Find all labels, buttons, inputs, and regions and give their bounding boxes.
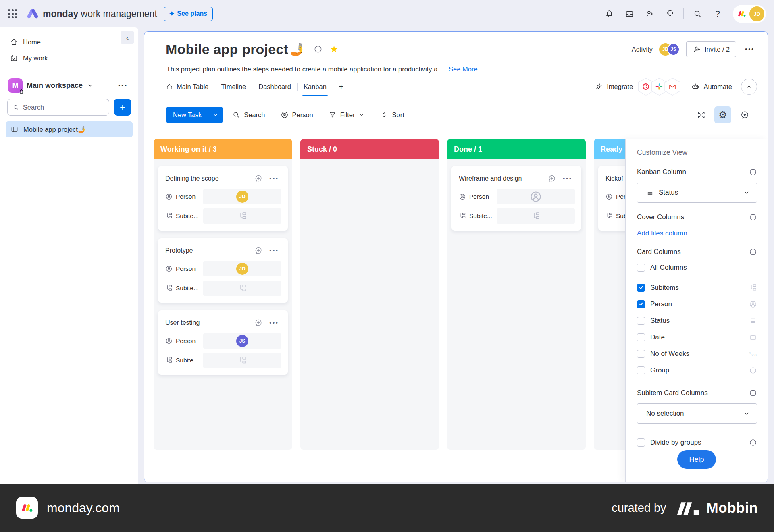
kanban-card[interactable]: User testing ••• Person JS Subite... (158, 310, 288, 375)
feedback-heart-icon[interactable] (736, 106, 753, 123)
assignee-avatar[interactable]: JD (236, 191, 248, 203)
kanban-card[interactable]: Wireframe and design ••• Person Subite..… (452, 166, 581, 231)
kanban-card[interactable]: Prototype ••• Person JD Subite... (158, 238, 288, 303)
notifications-bell-icon[interactable] (601, 6, 617, 22)
checkbox-divide-by-groups[interactable]: Divide by groups (637, 434, 757, 451)
checkbox-date[interactable]: Date (637, 329, 757, 345)
checkbox[interactable] (637, 438, 645, 447)
automate-button[interactable]: Automate (690, 81, 733, 93)
column-header[interactable]: Stuck / 0 (300, 139, 439, 159)
checkbox-group[interactable]: Group (637, 362, 757, 378)
activity-label[interactable]: Activity (632, 46, 653, 53)
subitems-cell[interactable] (203, 281, 281, 296)
invite-members-icon[interactable] (641, 6, 657, 22)
tab-dashboard[interactable]: Dashboard (252, 77, 297, 96)
inbox-icon[interactable] (621, 6, 637, 22)
settings-gear-icon[interactable]: ⚙ (714, 106, 731, 123)
sidebar-collapse-button[interactable]: ‹ (121, 31, 134, 44)
subitem-card-columns-select[interactable]: No selection (637, 403, 757, 424)
subitems-cell[interactable] (203, 353, 281, 368)
card-menu-icon[interactable]: ••• (267, 245, 281, 256)
collapse-header-button[interactable] (741, 79, 757, 95)
add-update-icon[interactable] (254, 318, 263, 327)
checkbox-status[interactable]: Status (637, 312, 757, 329)
checkbox-subitems[interactable]: Subitems (637, 279, 757, 296)
add-update-icon[interactable] (547, 174, 556, 183)
gmail-badge-icon[interactable] (664, 78, 680, 96)
assignee-avatar[interactable]: JS (236, 335, 248, 347)
activity-avatars[interactable]: JD JS (659, 43, 680, 56)
see-plans-button[interactable]: ✦ See plans (164, 7, 213, 21)
checkbox-all-columns[interactable]: All Columns (637, 259, 757, 276)
checkbox[interactable] (637, 350, 645, 358)
invite-button[interactable]: Invite / 2 (686, 41, 736, 57)
checkbox[interactable] (637, 366, 645, 374)
favorite-star-icon[interactable]: ★ (330, 44, 338, 55)
tab-kanban[interactable]: Kanban (298, 77, 333, 96)
subitems-icon (749, 284, 757, 292)
checkbox-no-of-weeks[interactable]: No of Weeks ¹₂₃ (637, 345, 757, 362)
search-button[interactable]: Search (227, 107, 270, 123)
card-menu-icon[interactable]: ••• (267, 173, 281, 184)
checkbox[interactable] (637, 300, 645, 308)
subitems-cell[interactable] (497, 208, 575, 224)
add-update-icon[interactable] (254, 174, 263, 183)
info-icon[interactable] (749, 168, 757, 176)
column-header[interactable]: Working on it / 3 (154, 139, 292, 159)
fullscreen-icon[interactable] (693, 106, 710, 123)
new-task-button[interactable]: New Task (166, 107, 223, 123)
workspace-menu-icon[interactable]: ••• (116, 80, 130, 91)
help-icon[interactable]: ? (710, 6, 726, 22)
add-view-button[interactable]: + (333, 82, 349, 91)
board-menu-icon[interactable]: ••• (743, 44, 757, 55)
filter-button[interactable]: Filter (323, 107, 371, 123)
apps-marketplace-icon[interactable] (662, 6, 678, 22)
person-filter-button[interactable]: Person (275, 107, 319, 123)
sidebar-item-home[interactable]: Home (6, 34, 133, 50)
card-menu-icon[interactable]: ••• (560, 173, 575, 184)
see-more-link[interactable]: See More (449, 65, 478, 73)
cover-columns-section: Cover Columns (637, 213, 757, 221)
help-button[interactable]: Help (677, 450, 716, 469)
info-icon[interactable] (749, 438, 757, 447)
checkbox[interactable] (637, 284, 645, 292)
apps-grid-icon[interactable] (8, 9, 17, 18)
workspace-switcher[interactable]: M Main workspace ••• (6, 76, 133, 95)
assignee-avatar[interactable]: JD (236, 263, 248, 275)
person-cell[interactable]: JD (203, 189, 281, 204)
integrate-button[interactable]: Integrate (593, 81, 634, 93)
tab-main-table[interactable]: Main Table (166, 77, 215, 96)
info-icon[interactable] (749, 248, 757, 256)
person-cell[interactable]: JD (203, 261, 281, 276)
info-icon[interactable] (749, 389, 757, 397)
add-update-icon[interactable] (254, 246, 263, 255)
user-avatar[interactable]: JD (749, 6, 764, 21)
subitems-cell[interactable] (203, 208, 281, 224)
sidebar-item-my-work[interactable]: My work (6, 50, 133, 66)
sidebar-search-input[interactable] (23, 104, 104, 111)
column-header[interactable]: Done / 1 (447, 139, 586, 159)
checkbox-person[interactable]: Person (637, 296, 757, 312)
sidebar: ‹ Home My work M Main workspace ••• + (0, 27, 138, 484)
product-logo[interactable]: monday work management (26, 7, 157, 21)
account-profile[interactable]: JD (733, 5, 766, 23)
avatar[interactable]: JS (667, 43, 680, 56)
sidebar-item-board[interactable]: Mobile app project🤳 (6, 121, 133, 137)
person-cell[interactable]: JS (203, 333, 281, 349)
kanban-card[interactable]: Defining the scope ••• Person JD Subite.… (158, 166, 288, 231)
add-files-column-link[interactable]: Add files column (637, 229, 687, 237)
search-icon[interactable] (689, 6, 705, 22)
checkbox[interactable] (637, 317, 645, 325)
sidebar-search-box[interactable] (7, 99, 109, 116)
add-board-button[interactable]: + (114, 99, 131, 116)
checkbox[interactable] (637, 264, 645, 272)
info-icon[interactable] (749, 213, 757, 221)
new-task-dropdown[interactable] (208, 107, 223, 123)
kanban-column-select[interactable]: Status (637, 183, 757, 203)
checkbox[interactable] (637, 333, 645, 341)
board-info-icon[interactable] (314, 45, 322, 54)
sort-button[interactable]: Sort (375, 107, 410, 123)
card-menu-icon[interactable]: ••• (267, 317, 281, 328)
tab-timeline[interactable]: Timeline (215, 77, 252, 96)
person-cell[interactable] (497, 189, 575, 204)
